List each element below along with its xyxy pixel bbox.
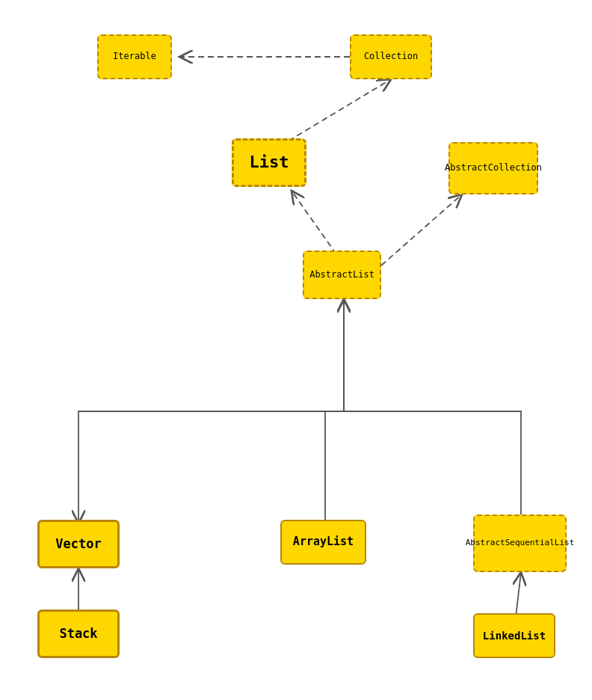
node-vector: Vector: [37, 520, 120, 568]
node-collection: Collection: [350, 34, 432, 79]
node-list: List: [232, 138, 306, 187]
node-abstractcollection: AbstractCollection: [448, 142, 538, 194]
node-linkedlist: LinkedList: [473, 613, 555, 658]
node-arraylist: ArrayList: [280, 520, 366, 565]
svg-line-3: [381, 194, 462, 265]
svg-line-2: [292, 191, 336, 254]
node-stack: Stack: [37, 610, 120, 658]
arrows-svg: [0, 0, 592, 700]
svg-line-5: [516, 572, 521, 617]
node-abstractlist: AbstractList: [303, 251, 381, 299]
svg-line-1: [280, 79, 391, 146]
node-iterable: Iterable: [97, 34, 172, 79]
class-diagram: Iterable Collection List AbstractCollect…: [0, 0, 592, 700]
node-abstractsequentiallist: AbstractSequentialList: [473, 515, 567, 572]
